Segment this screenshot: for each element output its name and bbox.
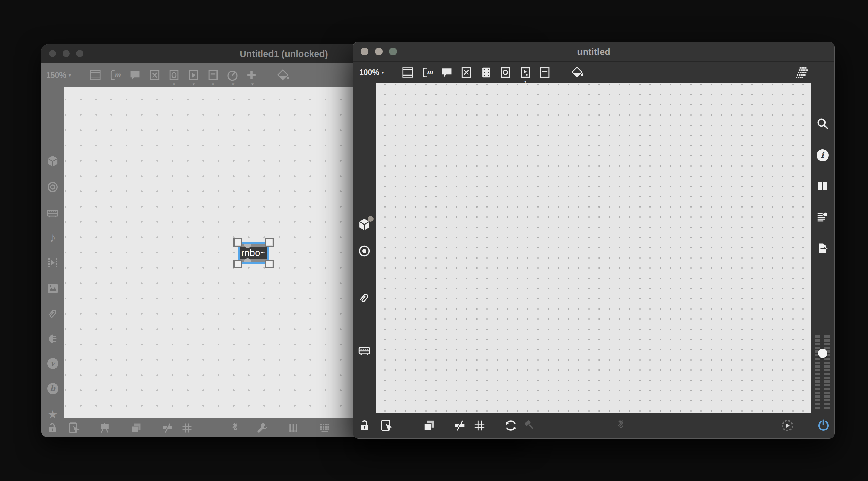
- rnbo-object-label: rnbo~: [240, 247, 267, 259]
- sync-icon[interactable]: [504, 419, 518, 432]
- build-gavel-icon[interactable]: [523, 419, 537, 432]
- audio-power-icon[interactable]: [817, 419, 830, 432]
- video-filmstrip-icon[interactable]: [46, 256, 59, 269]
- selection-cursor-icon[interactable]: [67, 421, 80, 434]
- message-box-icon[interactable]: m: [109, 69, 122, 82]
- notification-dot: [368, 216, 374, 222]
- resize-handle-ne[interactable]: [265, 238, 274, 247]
- comment-icon[interactable]: [440, 66, 453, 79]
- piano-keys-icon[interactable]: [287, 421, 300, 434]
- level-meter-left: [815, 335, 820, 409]
- grid-icon[interactable]: [473, 419, 486, 432]
- message-box-icon[interactable]: m: [421, 66, 434, 79]
- gain-slider-knob[interactable]: [818, 349, 827, 358]
- message-m-glyph: m: [114, 71, 121, 78]
- snippets-paperclip-icon[interactable]: [46, 307, 59, 320]
- hardware-device-icon[interactable]: [46, 206, 59, 220]
- audio-note-icon[interactable]: ♪: [46, 231, 59, 244]
- slider-icon[interactable]: [538, 66, 551, 79]
- layers-icon[interactable]: [422, 419, 436, 432]
- paint-bucket-icon[interactable]: [571, 66, 584, 79]
- back-left-toolbar: ♪ v b ★: [41, 87, 64, 418]
- chevron-down-icon: ▾: [69, 72, 71, 78]
- chevron-down-icon[interactable]: ▾: [250, 82, 255, 87]
- object-box-icon[interactable]: [89, 69, 102, 82]
- zoom-level-select[interactable]: 150% ▾: [46, 69, 71, 82]
- unlocked-padlock-icon[interactable]: [46, 421, 59, 434]
- level-meter-right: [824, 335, 830, 409]
- resize-handle-nw[interactable]: [233, 238, 242, 247]
- message-m-glyph: m: [427, 68, 433, 76]
- front-top-toolbar: 100% ▾ m ▾: [353, 62, 834, 83]
- keypad-icon[interactable]: [318, 421, 331, 434]
- distribute-icon[interactable]: [453, 419, 467, 432]
- zoom-level-value: 150%: [46, 71, 66, 80]
- distribute-icon[interactable]: [161, 421, 174, 434]
- add-snippet-icon[interactable]: [609, 419, 623, 432]
- snippets-paperclip-icon[interactable]: [357, 291, 371, 305]
- search-icon[interactable]: [816, 117, 829, 130]
- layers-icon[interactable]: [129, 421, 142, 434]
- object-package-icon[interactable]: [357, 217, 371, 232]
- rnbo-inlet-strip: [240, 244, 267, 247]
- zoom-level-value: 100%: [359, 68, 379, 77]
- resize-handle-se[interactable]: [265, 260, 274, 268]
- vizzie-icon[interactable]: v: [46, 356, 59, 370]
- button-icon[interactable]: [168, 69, 180, 82]
- front-window-body: i: [353, 83, 834, 413]
- playbar-icon[interactable]: [519, 66, 532, 79]
- slider-icon[interactable]: [207, 69, 220, 82]
- chevron-down-icon: ▾: [382, 70, 384, 75]
- presentation-easel-icon[interactable]: [98, 421, 111, 434]
- unlocked-padlock-icon[interactable]: [358, 419, 372, 432]
- front-right-toolbar: i: [811, 83, 834, 413]
- ui-rings-icon[interactable]: [357, 244, 371, 258]
- export-icon[interactable]: [816, 242, 829, 255]
- toggle-icon[interactable]: [460, 66, 473, 79]
- rnbo-patcher-canvas[interactable]: [376, 83, 811, 413]
- zoom-level-select[interactable]: 100% ▾: [359, 66, 384, 79]
- front-rnbo-window: untitled 100% ▾ m ▾: [353, 42, 835, 439]
- front-bottom-toolbar: [353, 413, 834, 438]
- resize-handle-sw[interactable]: [233, 260, 242, 268]
- rnbo-outlet-strip: [240, 259, 267, 262]
- front-window-title: untitled: [353, 42, 834, 62]
- beap-icon[interactable]: b: [46, 382, 59, 395]
- playbar-icon[interactable]: [187, 69, 200, 82]
- chevron-down-icon[interactable]: ▾: [171, 82, 177, 87]
- button-icon[interactable]: [499, 66, 512, 79]
- hardware-device-icon[interactable]: [357, 344, 371, 358]
- selection-cursor-icon[interactable]: [380, 419, 393, 432]
- paint-bucket-icon[interactable]: [276, 69, 289, 82]
- object-box-icon[interactable]: [401, 66, 414, 79]
- dial-icon[interactable]: [226, 69, 239, 82]
- image-icon[interactable]: [46, 282, 59, 295]
- ui-rings-icon[interactable]: [46, 180, 59, 194]
- plugins-plug-icon[interactable]: [46, 332, 59, 346]
- inspector-info-icon[interactable]: i: [816, 149, 829, 162]
- front-titlebar[interactable]: untitled: [353, 42, 834, 62]
- inspector-wrench-icon[interactable]: [256, 421, 269, 434]
- matrix-pad-icon[interactable]: [480, 66, 493, 79]
- add-object-icon[interactable]: [245, 69, 258, 82]
- toggle-icon[interactable]: [148, 69, 161, 82]
- console-icon[interactable]: [816, 211, 829, 223]
- add-snippet-icon[interactable]: [224, 421, 237, 434]
- comment-icon[interactable]: [128, 69, 141, 82]
- chevron-down-icon[interactable]: ▾: [210, 82, 216, 87]
- front-left-toolbar: [353, 83, 376, 413]
- run-play-icon[interactable]: [781, 419, 794, 432]
- reference-columns-icon[interactable]: [816, 180, 829, 193]
- chevron-down-icon[interactable]: ▾: [230, 82, 236, 87]
- gain-slider[interactable]: [815, 335, 830, 409]
- chevron-down-icon[interactable]: ▾: [191, 82, 196, 87]
- object-package-icon[interactable]: [46, 154, 59, 168]
- grid-icon[interactable]: [180, 421, 193, 434]
- keypad-grid-icon[interactable]: [794, 65, 809, 80]
